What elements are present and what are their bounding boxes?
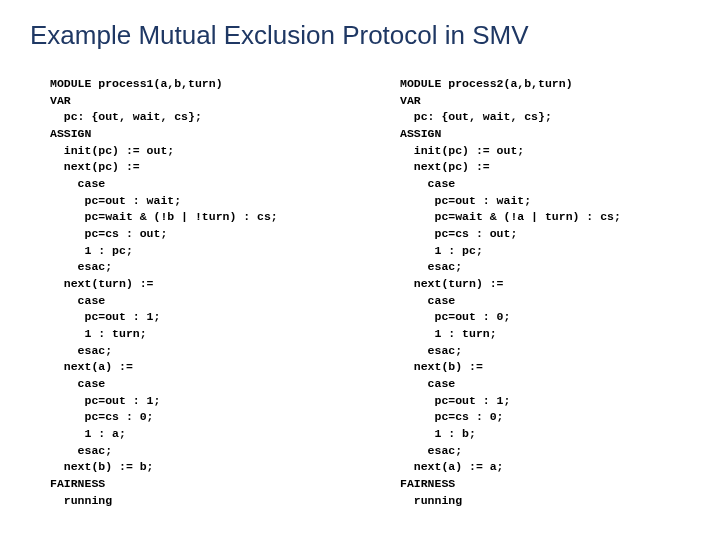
code-process1: MODULE process1(a,b,turn) VAR pc: {out, …	[50, 76, 340, 509]
right-column: MODULE process2(a,b,turn) VAR pc: {out, …	[400, 76, 690, 509]
slide-title: Example Mutual Exclusion Protocol in SMV	[30, 20, 690, 51]
code-process2: MODULE process2(a,b,turn) VAR pc: {out, …	[400, 76, 690, 509]
slide: Example Mutual Exclusion Protocol in SMV…	[0, 0, 720, 529]
code-columns: MODULE process1(a,b,turn) VAR pc: {out, …	[30, 76, 690, 509]
left-column: MODULE process1(a,b,turn) VAR pc: {out, …	[50, 76, 340, 509]
